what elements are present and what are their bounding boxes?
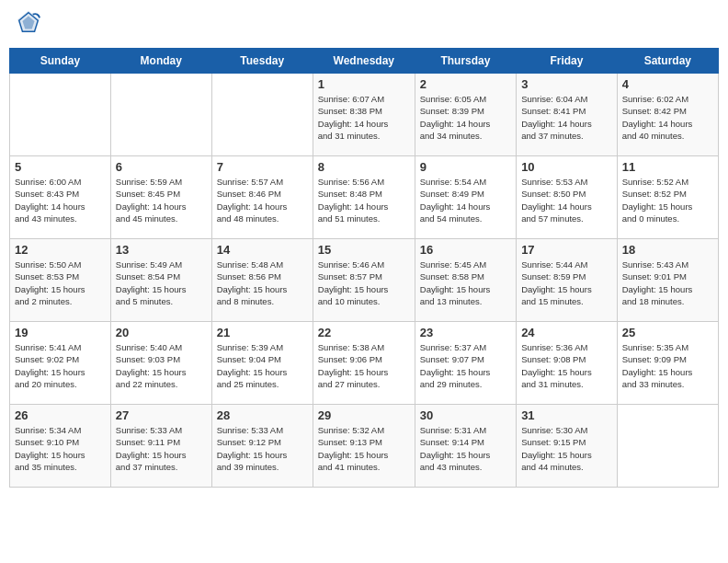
- day-info: Sunrise: 5:48 AM Sunset: 8:56 PM Dayligh…: [217, 259, 308, 307]
- day-info: Sunrise: 5:31 AM Sunset: 9:14 PM Dayligh…: [420, 424, 511, 473]
- day-info: Sunrise: 5:59 AM Sunset: 8:45 PM Dayligh…: [116, 176, 207, 224]
- calendar-cell: [110, 74, 211, 156]
- calendar-cell: 10Sunrise: 5:53 AM Sunset: 8:50 PM Dayli…: [517, 156, 618, 239]
- calendar-cell: 8Sunrise: 5:56 AM Sunset: 8:48 PM Daylig…: [313, 156, 415, 239]
- calendar-cell: 20Sunrise: 5:40 AM Sunset: 9:03 PM Dayli…: [110, 322, 211, 405]
- calendar-cell: 23Sunrise: 5:37 AM Sunset: 9:07 PM Dayli…: [415, 322, 516, 405]
- calendar-cell: 27Sunrise: 5:33 AM Sunset: 9:11 PM Dayli…: [110, 405, 211, 488]
- day-number: 3: [521, 77, 612, 91]
- calendar-cell: 31Sunrise: 5:30 AM Sunset: 9:15 PM Dayli…: [517, 405, 618, 488]
- day-number: 5: [15, 160, 106, 174]
- col-header-sunday: Sunday: [10, 49, 111, 74]
- calendar-cell: 9Sunrise: 5:54 AM Sunset: 8:49 PM Daylig…: [415, 156, 516, 239]
- day-info: Sunrise: 6:07 AM Sunset: 8:38 PM Dayligh…: [318, 93, 410, 142]
- day-number: 29: [318, 408, 410, 422]
- day-info: Sunrise: 5:40 AM Sunset: 9:03 PM Dayligh…: [116, 341, 207, 390]
- calendar-cell: 7Sunrise: 5:57 AM Sunset: 8:46 PM Daylig…: [211, 156, 313, 239]
- day-number: 18: [622, 243, 713, 257]
- calendar-cell: 4Sunrise: 6:02 AM Sunset: 8:42 PM Daylig…: [617, 74, 718, 156]
- calendar-cell: 12Sunrise: 5:50 AM Sunset: 8:53 PM Dayli…: [10, 239, 111, 322]
- logo-icon: [16, 9, 41, 35]
- calendar-week-row: 1Sunrise: 6:07 AM Sunset: 8:38 PM Daylig…: [10, 74, 719, 156]
- calendar-table: SundayMondayTuesdayWednesdayThursdayFrid…: [9, 48, 719, 488]
- day-number: 20: [116, 326, 207, 339]
- day-number: 12: [15, 243, 106, 257]
- col-header-saturday: Saturday: [617, 49, 718, 74]
- day-number: 1: [318, 77, 410, 91]
- day-info: Sunrise: 5:38 AM Sunset: 9:06 PM Dayligh…: [318, 341, 410, 390]
- day-info: Sunrise: 5:30 AM Sunset: 9:15 PM Dayligh…: [521, 424, 612, 473]
- day-number: 7: [217, 160, 308, 174]
- calendar-cell: 25Sunrise: 5:35 AM Sunset: 9:09 PM Dayli…: [617, 322, 718, 405]
- col-header-thursday: Thursday: [415, 49, 516, 74]
- calendar-cell: 13Sunrise: 5:49 AM Sunset: 8:54 PM Dayli…: [110, 239, 211, 322]
- day-info: Sunrise: 5:33 AM Sunset: 9:12 PM Dayligh…: [217, 424, 308, 473]
- day-info: Sunrise: 5:43 AM Sunset: 9:01 PM Dayligh…: [622, 259, 713, 307]
- calendar-cell: 18Sunrise: 5:43 AM Sunset: 9:01 PM Dayli…: [617, 239, 718, 322]
- calendar-cell: 30Sunrise: 5:31 AM Sunset: 9:14 PM Dayli…: [415, 405, 516, 488]
- day-info: Sunrise: 5:46 AM Sunset: 8:57 PM Dayligh…: [318, 259, 410, 307]
- day-info: Sunrise: 5:32 AM Sunset: 9:13 PM Dayligh…: [318, 424, 410, 473]
- calendar-cell: 1Sunrise: 6:07 AM Sunset: 8:38 PM Daylig…: [313, 74, 415, 156]
- day-info: Sunrise: 6:02 AM Sunset: 8:42 PM Dayligh…: [622, 93, 713, 142]
- page-header: [9, 9, 719, 39]
- day-number: 22: [318, 326, 410, 339]
- day-info: Sunrise: 5:50 AM Sunset: 8:53 PM Dayligh…: [15, 259, 106, 307]
- calendar-cell: 15Sunrise: 5:46 AM Sunset: 8:57 PM Dayli…: [313, 239, 415, 322]
- col-header-wednesday: Wednesday: [313, 49, 415, 74]
- day-info: Sunrise: 6:05 AM Sunset: 8:39 PM Dayligh…: [420, 93, 511, 142]
- calendar-cell: 17Sunrise: 5:44 AM Sunset: 8:59 PM Dayli…: [517, 239, 618, 322]
- calendar-week-row: 19Sunrise: 5:41 AM Sunset: 9:02 PM Dayli…: [10, 322, 719, 405]
- logo: [14, 9, 43, 39]
- calendar-header-row: SundayMondayTuesdayWednesdayThursdayFrid…: [10, 49, 719, 74]
- calendar-week-row: 12Sunrise: 5:50 AM Sunset: 8:53 PM Dayli…: [10, 239, 719, 322]
- day-info: Sunrise: 5:36 AM Sunset: 9:08 PM Dayligh…: [521, 341, 612, 390]
- day-number: 4: [622, 77, 713, 91]
- calendar-week-row: 5Sunrise: 6:00 AM Sunset: 8:43 PM Daylig…: [10, 156, 719, 239]
- day-info: Sunrise: 5:49 AM Sunset: 8:54 PM Dayligh…: [116, 259, 207, 307]
- calendar-cell: 6Sunrise: 5:59 AM Sunset: 8:45 PM Daylig…: [110, 156, 211, 239]
- day-number: 15: [318, 243, 410, 257]
- day-info: Sunrise: 5:39 AM Sunset: 9:04 PM Dayligh…: [217, 341, 308, 390]
- day-info: Sunrise: 5:53 AM Sunset: 8:50 PM Dayligh…: [521, 176, 612, 224]
- calendar-cell: [10, 74, 111, 156]
- day-number: 8: [318, 160, 410, 174]
- day-info: Sunrise: 5:41 AM Sunset: 9:02 PM Dayligh…: [15, 341, 106, 390]
- day-info: Sunrise: 5:37 AM Sunset: 9:07 PM Dayligh…: [420, 341, 511, 390]
- day-number: 6: [116, 160, 207, 174]
- calendar-cell: 3Sunrise: 6:04 AM Sunset: 8:41 PM Daylig…: [517, 74, 618, 156]
- col-header-monday: Monday: [110, 49, 211, 74]
- day-number: 10: [521, 160, 612, 174]
- day-number: 24: [521, 326, 612, 339]
- calendar-cell: 5Sunrise: 6:00 AM Sunset: 8:43 PM Daylig…: [10, 156, 111, 239]
- day-number: 16: [420, 243, 511, 257]
- day-number: 14: [217, 243, 308, 257]
- day-info: Sunrise: 6:04 AM Sunset: 8:41 PM Dayligh…: [521, 93, 612, 142]
- calendar-cell: [617, 405, 718, 488]
- day-number: 21: [217, 326, 308, 339]
- day-info: Sunrise: 5:56 AM Sunset: 8:48 PM Dayligh…: [318, 176, 410, 224]
- calendar-cell: 21Sunrise: 5:39 AM Sunset: 9:04 PM Dayli…: [211, 322, 313, 405]
- day-info: Sunrise: 5:33 AM Sunset: 9:11 PM Dayligh…: [116, 424, 207, 473]
- day-info: Sunrise: 5:54 AM Sunset: 8:49 PM Dayligh…: [420, 176, 511, 224]
- day-number: 30: [420, 408, 511, 422]
- day-info: Sunrise: 5:44 AM Sunset: 8:59 PM Dayligh…: [521, 259, 612, 307]
- day-number: 13: [116, 243, 207, 257]
- calendar-cell: 14Sunrise: 5:48 AM Sunset: 8:56 PM Dayli…: [211, 239, 313, 322]
- day-info: Sunrise: 5:35 AM Sunset: 9:09 PM Dayligh…: [622, 341, 713, 390]
- day-info: Sunrise: 5:57 AM Sunset: 8:46 PM Dayligh…: [217, 176, 308, 224]
- calendar-cell: 29Sunrise: 5:32 AM Sunset: 9:13 PM Dayli…: [313, 405, 415, 488]
- col-header-tuesday: Tuesday: [211, 49, 313, 74]
- col-header-friday: Friday: [517, 49, 618, 74]
- calendar-cell: 24Sunrise: 5:36 AM Sunset: 9:08 PM Dayli…: [517, 322, 618, 405]
- day-number: 28: [217, 408, 308, 422]
- day-number: 17: [521, 243, 612, 257]
- calendar-cell: 16Sunrise: 5:45 AM Sunset: 8:58 PM Dayli…: [415, 239, 516, 322]
- day-number: 26: [15, 408, 106, 422]
- calendar-cell: [211, 74, 313, 156]
- day-info: Sunrise: 5:34 AM Sunset: 9:10 PM Dayligh…: [15, 424, 106, 473]
- calendar-cell: 22Sunrise: 5:38 AM Sunset: 9:06 PM Dayli…: [313, 322, 415, 405]
- day-info: Sunrise: 6:00 AM Sunset: 8:43 PM Dayligh…: [15, 176, 106, 224]
- day-info: Sunrise: 5:52 AM Sunset: 8:52 PM Dayligh…: [622, 176, 713, 224]
- day-number: 9: [420, 160, 511, 174]
